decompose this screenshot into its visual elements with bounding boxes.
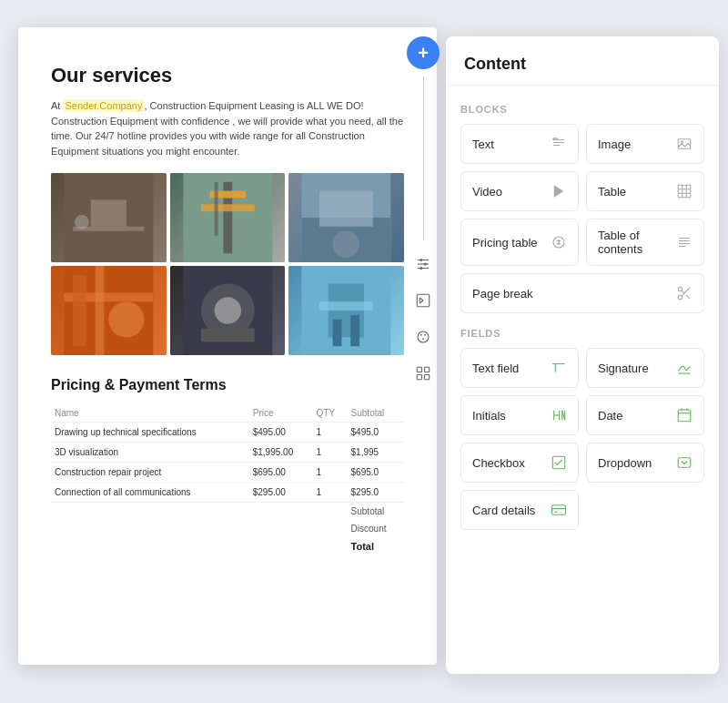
svg-rect-54	[678, 185, 691, 198]
field-text-field[interactable]: Text field	[460, 348, 579, 388]
svg-rect-87	[552, 505, 566, 515]
svg-point-32	[420, 267, 422, 270]
svg-point-38	[420, 334, 422, 336]
fields-label: FIELDS	[460, 328, 704, 339]
table-icon	[676, 183, 693, 199]
code-icon	[415, 292, 431, 309]
image-4	[51, 266, 167, 355]
svg-rect-11	[319, 191, 373, 227]
svg-point-52	[681, 141, 682, 143]
field-text-icon	[551, 360, 567, 376]
sidebar-content: BLOCKS Text Image	[446, 86, 719, 668]
scissors-icon	[676, 285, 693, 301]
field-card-details[interactable]: Card details	[460, 490, 579, 530]
blocks-grid: Text Image	[460, 124, 704, 266]
block-image-label: Image	[598, 138, 631, 151]
text-icon	[551, 136, 567, 152]
grid-icon	[415, 365, 431, 382]
sliders-icon	[415, 256, 431, 272]
add-button[interactable]: +	[407, 36, 440, 69]
toc-icon	[676, 234, 693, 250]
svg-rect-81	[678, 410, 691, 422]
toolbar-divider	[423, 76, 424, 240]
block-text[interactable]: Text	[460, 124, 579, 164]
svg-rect-15	[73, 275, 86, 346]
document-page: Our services At Sender.Company, Construc…	[18, 27, 437, 665]
block-toc[interactable]: Table of contents	[586, 219, 704, 266]
video-icon	[551, 183, 567, 199]
block-pricing-table[interactable]: Pricing table	[460, 219, 579, 266]
block-image[interactable]: Image	[586, 124, 704, 164]
block-page-break[interactable]: Page break	[460, 273, 704, 313]
blocks-label: BLOCKS	[460, 104, 704, 115]
table-row: Connection of all communications $295.00…	[51, 483, 404, 503]
field-date[interactable]: Date	[586, 395, 704, 435]
field-signature-label: Signature	[598, 362, 649, 375]
sidebar-panel: Content BLOCKS Text	[446, 36, 719, 674]
col-name: Name	[51, 404, 249, 423]
sliders-button[interactable]	[407, 248, 440, 280]
field-checkbox[interactable]: Checkbox	[460, 443, 579, 483]
pricing-table: Name Price QTY Subtotal Drawing up techn…	[51, 404, 404, 555]
table-row: Drawing up technical specifications $495…	[51, 423, 404, 443]
block-table-label: Table	[598, 185, 626, 199]
image-6	[288, 266, 404, 355]
svg-rect-86	[678, 458, 691, 468]
svg-point-20	[214, 297, 240, 323]
field-initials-label: Initials	[472, 409, 506, 423]
subtotal-row: Subtotal	[51, 503, 404, 521]
grid-button[interactable]	[407, 357, 440, 390]
fields-card-row: Card details	[460, 490, 704, 530]
svg-rect-41	[417, 367, 421, 372]
svg-marker-53	[554, 185, 564, 198]
code-button[interactable]	[407, 284, 440, 317]
field-initials[interactable]: Initials	[460, 395, 579, 435]
palette-button[interactable]	[407, 321, 440, 353]
block-table[interactable]: Table	[586, 171, 704, 211]
field-date-label: Date	[598, 409, 622, 423]
sidebar-title: Content	[464, 55, 526, 73]
signature-icon	[676, 360, 693, 376]
col-price: Price	[249, 404, 313, 423]
doc-title: Our services	[51, 64, 404, 87]
highlight-company: Sender.Company	[63, 99, 144, 112]
date-icon	[676, 407, 693, 423]
svg-rect-7	[201, 204, 255, 211]
svg-point-39	[424, 334, 426, 336]
table-row: Construction repair project $695.00 1 $6…	[51, 463, 404, 483]
svg-point-12	[333, 231, 359, 258]
card-icon	[551, 502, 567, 518]
svg-point-31	[424, 263, 427, 266]
sidebar-header: Content	[446, 36, 719, 86]
block-video[interactable]: Video	[460, 171, 579, 211]
svg-rect-21	[201, 329, 255, 342]
image-icon	[676, 136, 693, 152]
image-3	[288, 173, 404, 262]
fields-grid: Text field Signature	[460, 348, 704, 483]
svg-point-40	[422, 338, 424, 340]
block-pricing-label: Pricing table	[472, 236, 538, 250]
block-video-label: Video	[472, 185, 502, 199]
pricing-title: Pricing & Payment Terms	[51, 377, 404, 393]
svg-rect-8	[214, 182, 217, 236]
svg-rect-16	[96, 266, 105, 355]
svg-line-71	[682, 290, 684, 293]
dropdown-icon	[676, 454, 693, 471]
svg-point-30	[420, 259, 422, 261]
svg-rect-44	[425, 375, 430, 380]
svg-point-3	[75, 215, 89, 229]
field-signature[interactable]: Signature	[586, 348, 704, 388]
initials-icon	[551, 407, 567, 423]
pricing-icon	[551, 234, 567, 250]
svg-rect-25	[333, 320, 342, 346]
discount-row: Discount	[51, 520, 404, 537]
total-row: Total	[51, 537, 404, 555]
field-dropdown[interactable]: Dropdown	[586, 443, 704, 483]
image-1	[51, 173, 167, 262]
svg-point-67	[678, 287, 682, 291]
col-subtotal: Subtotal	[348, 404, 404, 423]
svg-point-17	[108, 301, 144, 337]
image-5	[170, 266, 286, 355]
field-text-label: Text field	[472, 362, 519, 375]
doc-body: At Sender.Company, Construction Equipmen…	[51, 98, 404, 158]
